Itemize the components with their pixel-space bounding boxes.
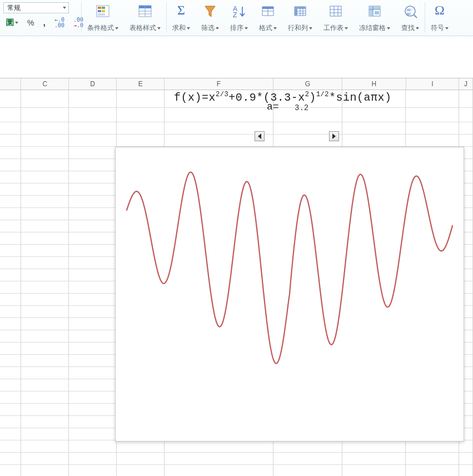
cell[interactable] xyxy=(21,245,69,257)
parameter-scrollbar[interactable] xyxy=(255,131,339,142)
column-header[interactable]: E xyxy=(117,78,165,90)
cell[interactable] xyxy=(0,379,21,391)
cell[interactable] xyxy=(69,404,117,416)
cell[interactable] xyxy=(21,159,69,171)
cell[interactable] xyxy=(21,232,69,245)
cell[interactable] xyxy=(0,355,21,367)
cell[interactable] xyxy=(21,391,69,404)
insert-symbol-button[interactable]: Ω 符号 xyxy=(429,1,451,34)
cell[interactable] xyxy=(69,416,117,428)
cell[interactable] xyxy=(69,428,117,440)
scroll-left-button[interactable] xyxy=(255,131,265,141)
cell[interactable] xyxy=(21,135,69,147)
cell[interactable] xyxy=(21,428,69,440)
cell[interactable] xyxy=(21,257,69,269)
worksheet-button[interactable]: 工作表 xyxy=(321,1,350,34)
cell[interactable] xyxy=(0,367,21,379)
table-row[interactable] xyxy=(0,122,473,135)
cell[interactable] xyxy=(0,404,21,416)
cell[interactable] xyxy=(69,269,117,281)
cell[interactable] xyxy=(69,343,117,355)
column-header[interactable]: D xyxy=(69,78,117,90)
cell[interactable] xyxy=(69,184,117,196)
cell[interactable] xyxy=(0,90,21,108)
cell[interactable] xyxy=(69,220,117,232)
column-header[interactable]: H xyxy=(342,78,406,90)
cell[interactable] xyxy=(69,208,117,220)
cell[interactable] xyxy=(69,281,117,294)
table-row[interactable] xyxy=(0,90,473,108)
cell[interactable] xyxy=(0,171,21,184)
cell[interactable] xyxy=(21,196,69,208)
cell[interactable] xyxy=(69,330,117,343)
cell[interactable] xyxy=(69,90,117,108)
cell[interactable] xyxy=(406,108,459,122)
cell[interactable] xyxy=(69,318,117,330)
scroll-right-button[interactable] xyxy=(329,131,339,141)
cell[interactable] xyxy=(273,440,342,453)
column-header[interactable]: I xyxy=(406,78,460,90)
cell[interactable] xyxy=(69,245,117,257)
rows-cols-button[interactable]: 行和列 xyxy=(286,1,315,34)
cell[interactable] xyxy=(0,245,21,257)
cell[interactable] xyxy=(0,196,21,208)
cell[interactable] xyxy=(0,159,21,171)
cell[interactable] xyxy=(165,90,273,108)
cell[interactable] xyxy=(342,453,406,465)
cell[interactable] xyxy=(117,135,165,147)
cell[interactable] xyxy=(0,306,21,318)
cell[interactable] xyxy=(69,159,117,171)
cell[interactable] xyxy=(21,416,69,428)
cell[interactable] xyxy=(0,269,21,281)
conditional-format-button[interactable]: 条件格式 xyxy=(85,1,121,34)
cell[interactable] xyxy=(69,257,117,269)
cell[interactable] xyxy=(0,343,21,355)
cell[interactable] xyxy=(406,453,459,465)
cell[interactable] xyxy=(0,281,21,294)
autosum-button[interactable]: Σ 求和 xyxy=(170,1,192,34)
cell[interactable] xyxy=(0,453,21,465)
cell[interactable] xyxy=(117,440,165,453)
cell[interactable] xyxy=(21,90,69,108)
cell[interactable] xyxy=(21,171,69,184)
cell[interactable] xyxy=(0,122,21,135)
cell[interactable] xyxy=(342,465,406,476)
cell[interactable] xyxy=(69,171,117,184)
column-header-stub[interactable] xyxy=(0,78,21,90)
column-header[interactable]: G xyxy=(273,78,342,90)
cell[interactable] xyxy=(69,196,117,208)
cell[interactable] xyxy=(69,135,117,147)
cell[interactable] xyxy=(0,135,21,147)
cell[interactable] xyxy=(21,379,69,391)
column-header[interactable]: F xyxy=(165,78,273,90)
cell[interactable] xyxy=(459,440,473,453)
cell[interactable] xyxy=(459,90,473,108)
cell[interactable] xyxy=(0,416,21,428)
filter-button[interactable]: 筛选 xyxy=(199,1,221,34)
sort-button[interactable]: A Z 排序 xyxy=(228,1,250,34)
cell[interactable] xyxy=(406,135,459,147)
cell[interactable] xyxy=(69,391,117,404)
cell[interactable] xyxy=(0,147,21,159)
increase-decimal-button[interactable]: ←.0.00 xyxy=(52,17,67,29)
cell[interactable] xyxy=(0,220,21,232)
cell[interactable] xyxy=(117,122,165,135)
table-row[interactable] xyxy=(0,135,473,147)
cell[interactable] xyxy=(0,440,21,453)
cell[interactable] xyxy=(21,147,69,159)
cell[interactable] xyxy=(0,391,21,404)
freeze-panes-button[interactable]: 冻结窗格 xyxy=(357,1,392,34)
cell[interactable] xyxy=(406,465,459,476)
table-style-button[interactable]: 表格样式 xyxy=(127,1,163,34)
cell[interactable] xyxy=(0,330,21,343)
cell[interactable] xyxy=(69,147,117,159)
cell[interactable] xyxy=(69,367,117,379)
cell[interactable] xyxy=(0,232,21,245)
scrollbar-track[interactable] xyxy=(265,131,329,142)
cell[interactable] xyxy=(273,465,342,476)
cell[interactable] xyxy=(0,108,21,122)
number-format-select[interactable]: 常规 xyxy=(3,2,69,13)
cell[interactable] xyxy=(21,404,69,416)
cell[interactable] xyxy=(21,330,69,343)
cell[interactable] xyxy=(21,465,69,476)
